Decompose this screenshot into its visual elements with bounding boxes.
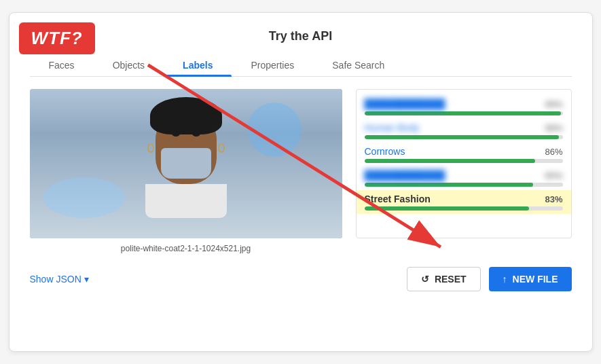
label-row-4: ████████████ 85% [357,166,571,190]
earring-right [218,143,225,153]
label-bar-fill-4 [365,183,533,187]
label-bar-fill-1 [365,111,561,115]
bottom-bar: Show JSON ▾ ↺ RESET ↑ NEW FILE [30,267,572,291]
action-buttons: ↺ RESET ↑ NEW FILE [407,267,572,291]
image-filename: polite-white-coat2-1-1-1024x521.jpg [30,244,342,253]
uploaded-image [30,89,342,238]
reset-icon: ↺ [421,274,429,285]
label-name-5: Street Fashion [365,194,431,204]
label-bar-fill-5 [365,206,529,211]
label-row-1: ████████████ 99% [357,95,571,119]
show-json-toggle[interactable]: Show JSON ▾ [30,274,89,285]
new-file-label: NEW FILE [513,274,558,285]
label-row-3: Cornrows 86% [357,143,571,166]
labels-panel[interactable]: ████████████ 99% Human Body 98% [356,89,572,238]
label-bar-fill-3 [365,159,535,163]
label-name-4: ████████████ [365,170,445,181]
bg-decoration-2 [43,177,125,218]
label-name-2: Human Body [365,122,420,133]
image-section: polite-white-coat2-1-1-1024x521.jpg [30,89,342,253]
label-pct-3: 86% [545,147,562,157]
label-bar-bg-3 [365,159,563,163]
main-content: polite-white-coat2-1-1-1024x521.jpg ████… [30,89,572,253]
person-head [156,109,217,184]
tabs-container: Faces Objects Labels Properties Safe Sea… [30,54,572,77]
upload-icon: ↑ [503,274,507,285]
label-bar-bg-1 [365,111,563,115]
person-figure [145,109,227,218]
label-pct-2: 98% [545,123,562,133]
label-row-2: Human Body 98% [357,119,571,143]
tab-objects[interactable]: Objects [94,54,164,76]
label-bar-bg-5 [365,206,563,211]
eye-right [192,131,200,136]
tab-properties[interactable]: Properties [232,54,313,76]
label-pct-1: 99% [545,99,562,109]
label-pct-5: 83% [545,194,562,204]
face-mask [161,148,211,179]
new-file-button[interactable]: ↑ NEW FILE [489,267,572,291]
tab-labels[interactable]: Labels [164,54,232,76]
bg-decoration-1 [247,103,302,157]
label-bar-fill-2 [365,135,559,139]
person-eyes [156,131,217,136]
main-card: WTF? Try the API Faces Objects Labels Pr… [9,12,593,352]
label-bar-bg-2 [365,135,563,139]
label-name-1: ████████████ [365,98,445,109]
reset-label: RESET [435,274,467,285]
reset-button[interactable]: ↺ RESET [407,267,481,291]
label-pct-4: 85% [545,170,562,181]
person-body [145,184,227,218]
earring-left [147,143,154,153]
tab-faces[interactable]: Faces [30,54,94,76]
tab-safe-search[interactable]: Safe Search [313,54,403,76]
label-row-5: Street Fashion 83% [357,190,571,214]
label-bar-bg-4 [365,183,563,187]
chevron-down-icon: ▾ [84,274,89,285]
eye-left [172,131,180,136]
show-json-label: Show JSON [30,274,81,285]
label-name-3: Cornrows [365,146,405,157]
page-title: Try the API [30,26,572,43]
wtf-badge: WTF? [19,22,95,54]
